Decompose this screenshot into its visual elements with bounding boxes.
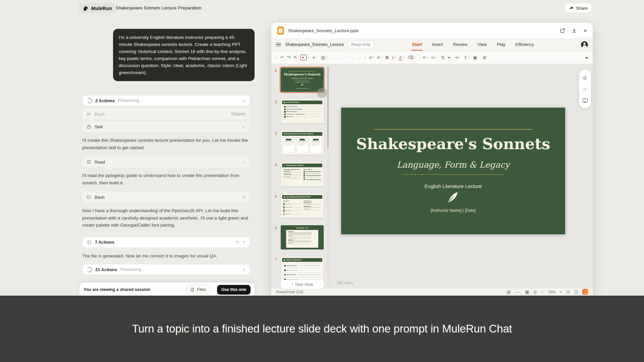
scrollbar-thumb[interactable] (327, 67, 329, 147)
outdent-button[interactable]: ⇤ (448, 55, 451, 60)
chat-thread: I'm a university English literature inst… (82, 29, 255, 275)
slide-thumbnail-rail: 1 2 3 4 5 6 7 Shakespeare's Sonnets Lang… (271, 64, 332, 288)
font-decrease-button[interactable]: A⁻ (377, 55, 383, 60)
action-row-bash-skipped[interactable]: Bash Skipped (82, 109, 250, 119)
toolbar-more-button[interactable]: ▶ (586, 56, 588, 59)
action-row-read[interactable]: Read ✓ (82, 157, 250, 167)
files-button[interactable]: Files (186, 285, 210, 295)
settings-gear-icon[interactable]: ⚙ (583, 75, 587, 80)
thumb-number-5: 5 (275, 194, 277, 198)
share-button[interactable]: Share (565, 3, 592, 13)
notes-placeholder[interactable]: No notes (337, 281, 353, 285)
new-slide-button-toolbar[interactable]: +∨ (312, 55, 318, 60)
files-label: Files (197, 287, 206, 292)
slide-thumbnail-5[interactable]: The Shakespearean Sonnet Form Structure … (281, 194, 324, 218)
terminal-icon (87, 240, 92, 245)
align-button[interactable]: ≡∨ (423, 55, 428, 60)
actions-count: 21 Actions (95, 267, 117, 272)
user-avatar[interactable] (581, 41, 588, 48)
view-normal-icon[interactable]: ▤ (507, 290, 511, 294)
undo-button[interactable]: ↶ (280, 55, 284, 60)
zoom-in-icon[interactable]: + (560, 290, 562, 294)
share-icon (569, 6, 574, 10)
slide-thumbnail-6[interactable]: Sonnet 18 (281, 225, 324, 249)
action-label: Read (95, 160, 105, 165)
action-row-bash[interactable]: Bash ✓ (82, 192, 250, 202)
action-row-skill[interactable]: Skill ✓ (82, 121, 250, 132)
view-grid-icon[interactable]: ▦ (525, 290, 529, 294)
slide-thumbnail-4[interactable]: Shakespeare's Sonnets Publication & Back… (281, 162, 324, 186)
format-painter-button[interactable]: ✎ (293, 55, 297, 60)
font-increase-button[interactable]: A⁺ (369, 55, 374, 60)
vertical-align-button[interactable]: ↥∨ (464, 55, 470, 60)
font-size-select[interactable]: …∨ (356, 55, 366, 60)
readonly-badge: Read-Only (348, 41, 374, 48)
pptx-viewer-panel: Shakespeare_Sonnets_Lecture.pptx × Shake… (271, 22, 593, 296)
tab-review[interactable]: Review (452, 39, 468, 51)
thumb-number-1: 1 (275, 68, 277, 72)
caption-text: Turn a topic into a finished lecture sli… (132, 322, 512, 335)
action-label: Skill (95, 124, 103, 129)
zoom-out-icon[interactable]: − (541, 290, 544, 294)
fullscreen-icon[interactable]: ◳ (574, 290, 578, 294)
menu-hamburger-icon[interactable] (276, 43, 281, 47)
mulerun-brand[interactable]: MuleRun (79, 3, 116, 13)
tab-start[interactable]: Start (412, 39, 423, 51)
main-slide-canvas[interactable]: Shakespeare's Sonnets Language, Form & L… (341, 108, 565, 234)
text-frame-button[interactable]: ▣∨ (473, 55, 480, 60)
slideshow-icon: ▶ (300, 55, 307, 60)
pptx-file-icon (277, 26, 284, 35)
brand-label: MuleRun (91, 6, 112, 11)
play-slideshow-button[interactable]: ▶ ∨ (300, 55, 309, 60)
close-icon[interactable]: × (583, 27, 587, 34)
slide-thumbnail-3[interactable]: Historical Context: The Sonnet Tradition (281, 131, 324, 155)
bold-button[interactable]: B (385, 55, 388, 60)
bullets-button[interactable]: ≔∨ (431, 55, 438, 60)
actions-count: 7 Actions (95, 240, 114, 245)
tab-insert[interactable]: Insert (431, 39, 444, 51)
slide-thumbnail-2[interactable]: Lecture Overview Historical Context Sonn… (281, 99, 324, 123)
thumb-number-7: 7 (275, 257, 277, 261)
back-button[interactable]: ‹ (276, 55, 277, 60)
wps-play-button[interactable] (582, 289, 588, 295)
viewer-header: Shakespeare_Sonnets_Lecture.pptx × (271, 23, 593, 38)
redo-button[interactable]: ↷ (287, 55, 290, 60)
slide-subtitle: Language, Form & Legacy (341, 160, 565, 170)
star-icon[interactable]: ☆ (583, 87, 587, 92)
zoom-level[interactable]: 70% (548, 290, 555, 294)
new-slide-button[interactable]: + New Slide (281, 280, 324, 289)
comment-icon[interactable] (583, 98, 588, 103)
tab-efficiency[interactable]: Efficiency (515, 39, 535, 51)
fit-slide-icon[interactable]: ⊡ (567, 290, 570, 294)
tab-view[interactable]: View (477, 39, 487, 51)
clear-format-button[interactable]: ⌫∨ (408, 55, 416, 60)
chevron-down-icon: ∨ (243, 268, 245, 272)
tab-play[interactable]: Play (496, 39, 506, 51)
download-icon[interactable] (572, 28, 577, 33)
user-message-bubble: I'm a university English literature inst… (113, 29, 255, 81)
briefcase-icon (87, 124, 91, 129)
chevron-up-icon: ∧ (243, 99, 245, 103)
thumb-title: Shakespeare's Sonnets (281, 73, 324, 76)
line-spacing-button[interactable]: ⇅ (441, 55, 445, 60)
view-slide-icon[interactable]: ▭ (515, 289, 521, 295)
open-external-icon[interactable] (560, 28, 565, 33)
actions-group-2[interactable]: 2 Actions Processing... ∧ (82, 95, 250, 106)
slide-thumbnail-7[interactable]: Sonnet 18: Quatrain 1 (281, 257, 324, 281)
table-button[interactable]: ⊞ (483, 55, 486, 60)
use-this-one-button[interactable]: Use this one (217, 285, 251, 295)
slide-gold-divider (403, 174, 503, 175)
slide-thumbnail-1[interactable]: Shakespeare's Sonnets Language, Form & L… (281, 68, 324, 92)
indent-button[interactable]: ⇥∨ (454, 55, 461, 60)
slide-lecture-line: English Literature Lecture (341, 183, 565, 189)
view-read-icon[interactable]: ◎ (533, 290, 537, 294)
check-icon: ✓ (242, 195, 246, 200)
font-name-select[interactable]: …∨ (334, 55, 353, 60)
font-color-button[interactable]: A∨ (399, 55, 405, 60)
italic-button[interactable]: I∨ (392, 55, 396, 60)
share-label: Share (576, 6, 588, 11)
thumbnail-scrollbar[interactable] (327, 67, 329, 285)
actions-group-7[interactable]: 7 Actions ◷ ∨ (82, 237, 250, 248)
actions-group-21[interactable]: 21 Actions Processing... ∨ (82, 264, 250, 275)
layout-button[interactable]: ▤∨ (321, 55, 328, 60)
